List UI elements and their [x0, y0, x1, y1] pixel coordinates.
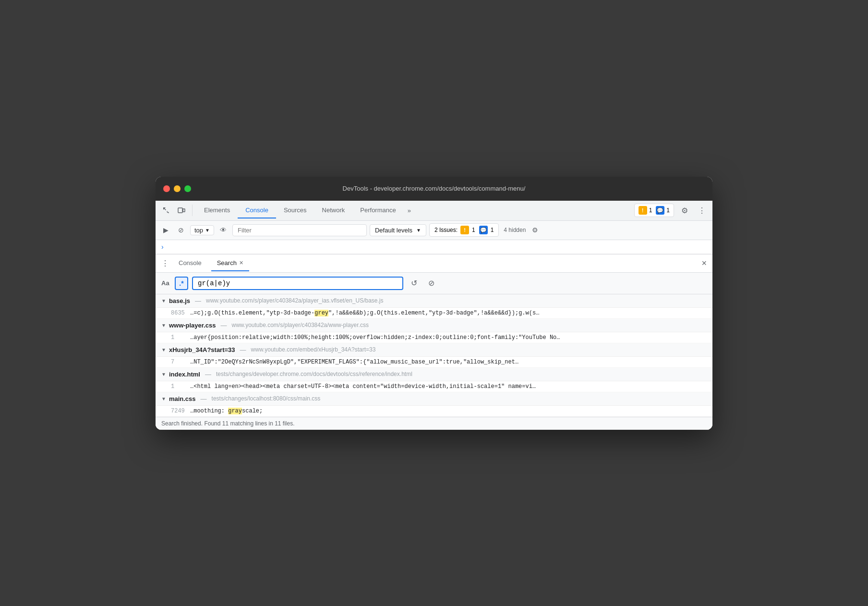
- issues-badge-button[interactable]: ! 1 💬 1: [634, 204, 674, 217]
- svg-rect-1: [183, 209, 185, 212]
- info-num: 1: [491, 227, 494, 233]
- toolbar-tabs: Elements Console Sources Network Perform…: [196, 203, 632, 218]
- search-input[interactable]: [192, 277, 403, 290]
- frame-label: top: [194, 227, 203, 234]
- issue-info-count: 1: [666, 207, 670, 214]
- result-file-indexhtml[interactable]: ▼ index.html — tests/changes/developer.c…: [156, 368, 712, 381]
- hidden-count: 4 hidden: [504, 227, 526, 233]
- devtools-toolbar: Elements Console Sources Network Perform…: [156, 201, 712, 221]
- frame-selector[interactable]: top ▼: [190, 225, 214, 235]
- minimize-button[interactable]: [174, 185, 181, 192]
- warn-icon: !: [460, 226, 469, 234]
- search-bar: Aa .* ↺ ⊘: [156, 273, 712, 294]
- levels-button[interactable]: Default levels ▼: [370, 224, 426, 236]
- device-toolbar-button[interactable]: [175, 204, 188, 217]
- toolbar-right: ! 1 💬 1 ⚙ ⋮: [634, 204, 709, 217]
- devtools-window: DevTools - developer.chrome.com/docs/dev…: [156, 177, 712, 430]
- search-results: ▼ base.js — www.youtube.com/s/player/c40…: [156, 294, 712, 417]
- collapse-icon: ▼: [161, 323, 166, 328]
- refresh-search-button[interactable]: ↺: [407, 277, 421, 290]
- panel-tab-search[interactable]: Search ×: [211, 255, 249, 271]
- result-file-wwwplayercss[interactable]: ▼ www-player.css — www.youtube.com/s/pla…: [156, 319, 712, 332]
- no-entry-button[interactable]: ⊘: [175, 224, 187, 236]
- console-prompt-row: ›: [156, 240, 712, 254]
- warn-num: 1: [472, 227, 475, 233]
- result-file-basejs[interactable]: ▼ base.js — www.youtube.com/s/player/c40…: [156, 294, 712, 308]
- svg-rect-0: [178, 208, 182, 213]
- inspect-element-button[interactable]: [159, 204, 173, 217]
- run-script-button[interactable]: ▶: [159, 224, 172, 236]
- toolbar-divider-1: [192, 205, 193, 216]
- window-title: DevTools - developer.chrome.com/docs/dev…: [343, 185, 526, 192]
- tab-console[interactable]: Console: [238, 203, 276, 218]
- close-button[interactable]: [163, 185, 170, 192]
- eye-button[interactable]: 👁: [217, 224, 229, 236]
- result-line[interactable]: 1 …ayer{position:relative;width:100%;hei…: [156, 332, 712, 343]
- collapse-icon: ▼: [161, 347, 166, 352]
- info-badge: 💬: [656, 206, 664, 215]
- tab-elements[interactable]: Elements: [196, 203, 238, 218]
- more-options-button[interactable]: ⋮: [695, 204, 709, 217]
- console-bar: ▶ ⊘ top ▼ 👁 Default levels ▼ 2 Issues: !…: [156, 221, 712, 240]
- chevron-down-icon: ▼: [205, 228, 210, 233]
- search-status-text: Search finished. Found 11 matching lines…: [161, 420, 295, 427]
- issues-button[interactable]: 2 Issues: ! 1 💬 1: [429, 223, 499, 237]
- result-line[interactable]: 7 …NT_ID":"2OeQYs2rNcSnW8yxpLgD","EXPERI…: [156, 357, 712, 368]
- close-panel-icon[interactable]: ×: [701, 258, 707, 268]
- warn-badge: !: [639, 206, 647, 215]
- more-tabs-button[interactable]: »: [404, 205, 415, 216]
- collapse-icon: ▼: [161, 298, 166, 303]
- clear-search-button[interactable]: ⊘: [424, 277, 438, 290]
- search-status-bar: Search finished. Found 11 matching lines…: [156, 417, 712, 430]
- tab-performance[interactable]: Performance: [352, 203, 403, 218]
- case-sensitive-label: Aa: [161, 279, 171, 287]
- issue-warn-count: 1: [649, 207, 652, 214]
- console-settings-button[interactable]: ⚙: [529, 224, 541, 236]
- settings-button[interactable]: ⚙: [678, 204, 691, 217]
- panel-menu-icon[interactable]: ⋮: [161, 259, 169, 268]
- levels-label: Default levels: [375, 227, 412, 234]
- regex-icon: .*: [179, 279, 183, 287]
- result-file-maincss[interactable]: ▼ main.css — tests/changes/localhost:808…: [156, 392, 712, 406]
- filter-input[interactable]: [232, 224, 367, 236]
- result-line[interactable]: 7249 …moothing: grayscale;: [156, 406, 712, 417]
- collapse-icon: ▼: [161, 396, 166, 401]
- panel-console-label: Console: [179, 259, 202, 267]
- tab-network[interactable]: Network: [314, 203, 353, 218]
- close-search-tab-icon[interactable]: ×: [240, 259, 243, 267]
- titlebar: DevTools - developer.chrome.com/docs/dev…: [156, 177, 712, 201]
- regex-button[interactable]: .*: [175, 277, 188, 290]
- result-line[interactable]: 8635 …=c);g.O(this.element,"ytp-3d-badge…: [156, 308, 712, 319]
- prompt-chevron-icon[interactable]: ›: [161, 243, 164, 251]
- maximize-button[interactable]: [184, 185, 191, 192]
- traffic-lights: [163, 185, 191, 192]
- collapse-icon: ▼: [161, 372, 166, 377]
- tab-sources[interactable]: Sources: [276, 203, 314, 218]
- panel-search-label: Search: [217, 259, 237, 267]
- bottom-panel: ⋮ Console Search × × Aa .* ↺ ⊘ ▼: [156, 254, 712, 430]
- issues-label: 2 Issues:: [434, 227, 458, 233]
- levels-chevron-icon: ▼: [416, 228, 421, 233]
- panel-header: ⋮ Console Search × ×: [156, 255, 712, 273]
- result-file-embed[interactable]: ▼ xHusjrb_34A?start=33 — www.youtube.com…: [156, 343, 712, 357]
- result-line[interactable]: 1 …<html lang=en><head><meta charset=UTF…: [156, 381, 712, 392]
- info-icon: 💬: [479, 226, 488, 234]
- panel-tab-console[interactable]: Console: [173, 255, 207, 271]
